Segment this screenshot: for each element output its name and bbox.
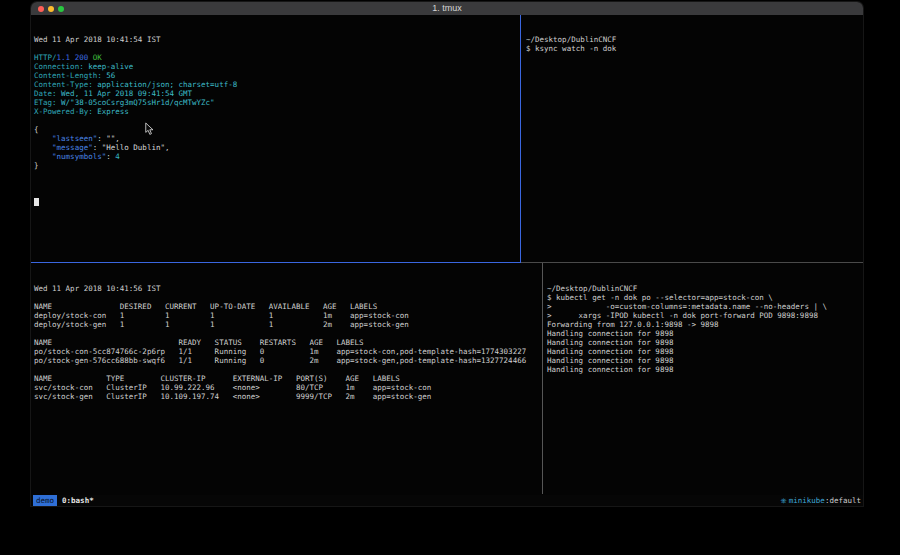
window-titlebar[interactable]: 1. tmux — [31, 2, 863, 15]
text-segment: Express — [93, 107, 129, 116]
desktop: 1. tmux Wed 11 Apr 2018 10:41:54 IST HTT… — [0, 0, 900, 555]
text-segment: "Hello Dublin" — [102, 143, 165, 152]
text-segment: X-Powered-By: — [34, 107, 93, 116]
port-forward-output: ~/Desktop/DublinCNCF$ kubectl get -n dok… — [547, 284, 866, 374]
pane-divider-horizontal-active[interactable] — [31, 262, 521, 263]
text-segment: , — [165, 143, 170, 152]
terminal-line: $ kubectl get -n dok po --selector=app=s… — [547, 293, 866, 302]
terminal-line: svc/stock-gen ClusterIP 10.109.197.74 <n… — [34, 392, 545, 401]
terminal-line: "message": "Hello Dublin", — [34, 143, 523, 152]
text-segment: Content-Length: — [34, 71, 102, 80]
traffic-lights — [38, 6, 64, 12]
session-name[interactable]: demo — [33, 495, 57, 506]
pane-http-response[interactable]: Wed 11 Apr 2018 10:41:54 IST HTTP/1.1 20… — [31, 15, 526, 266]
pane-port-forward[interactable]: ~/Desktop/DublinCNCF$ kubectl get -n dok… — [544, 264, 869, 498]
terminal-line: NAME READY STATUS RESTARTS AGE LABELS — [34, 338, 545, 347]
text-segment: Wed, 11 Apr 2018 09:41:54 GMT — [57, 89, 192, 98]
kube-context-label: minikube — [789, 495, 825, 506]
text-segment: Wed 11 Apr 2018 10:41:54 IST — [34, 35, 160, 44]
tmux-status-bar: demo 0:bash* ⎈ minikube :default — [31, 495, 863, 506]
text-segment: "lastseen" — [52, 134, 97, 143]
terminal-line: Handling connection for 9898 — [547, 356, 866, 365]
text-segment: 56 — [102, 71, 116, 80]
terminal-line: Connection: keep-alive — [34, 62, 523, 71]
terminal-line: Handling connection for 9898 — [547, 347, 866, 356]
terminal-line: svc/stock-con ClusterIP 10.99.222.96 <no… — [34, 383, 545, 392]
status-bar-right: ⎈ minikube :default — [781, 495, 861, 506]
text-segment: Connection: — [34, 62, 84, 71]
text-segment: HTTP/ — [34, 53, 57, 62]
terminal-line: "numsymbols": 4 — [34, 152, 523, 161]
pane-divider-vertical-top[interactable] — [520, 15, 521, 262]
kubernetes-helm-icon: ⎈ — [781, 495, 787, 506]
terminal-line: po/stock-gen-576cc688bb-swqf6 1/1 Runnin… — [34, 356, 545, 365]
terminal-line: ~/Desktop/DublinCNCF — [526, 35, 866, 44]
mouse-cursor — [145, 122, 154, 136]
terminal-line: { — [34, 125, 523, 134]
tmux-terminal: Wed 11 Apr 2018 10:41:54 IST HTTP/1.1 20… — [31, 15, 863, 506]
terminal-line: deploy/stock-gen 1 1 1 1 2m app=stock-ge… — [34, 320, 545, 329]
text-segment: Date: — [34, 89, 57, 98]
text-segment: "message" — [52, 143, 93, 152]
text-segment: : — [97, 134, 106, 143]
window-tab-bash[interactable]: 0:bash* — [62, 495, 94, 506]
prompt-line — [34, 197, 523, 206]
text-segment: : — [93, 143, 102, 152]
terminal-line — [34, 116, 523, 125]
terminal-line — [34, 170, 523, 179]
terminal-line: NAME TYPE CLUSTER-IP EXTERNAL-IP PORT(S)… — [34, 374, 545, 383]
terminal-line — [34, 329, 545, 338]
text-segment — [34, 143, 52, 152]
terminal-line: > -o=custom-columns=:metadata.name --no-… — [547, 302, 866, 311]
pane-ksync-watch[interactable]: ~/Desktop/DublinCNCF$ ksync watch -n dok — [523, 15, 869, 266]
zoom-button[interactable] — [58, 6, 64, 12]
terminal-line: X-Powered-By: Express — [34, 107, 523, 116]
text-segment: { — [34, 125, 39, 134]
terminal-line: "lastseen": "", — [34, 134, 523, 143]
terminal-line: po/stock-con-5cc874766c-2p6rp 1/1 Runnin… — [34, 347, 545, 356]
close-button[interactable] — [38, 6, 44, 12]
terminal-line: } — [34, 161, 523, 170]
terminal-line: Handling connection for 9898 — [547, 338, 866, 347]
pane-divider-horizontal-inactive[interactable] — [521, 262, 863, 263]
pane-kubectl-resources[interactable]: Wed 11 Apr 2018 10:41:56 IST NAME DESIRE… — [31, 264, 548, 498]
http-response-output: Wed 11 Apr 2018 10:41:54 IST HTTP/1.1 20… — [34, 35, 523, 179]
minimize-button[interactable] — [48, 6, 54, 12]
terminal-line — [34, 365, 545, 374]
terminal-cursor — [34, 198, 39, 206]
text-segment: 4 — [115, 152, 120, 161]
terminal-line — [34, 293, 545, 302]
window-title: 1. tmux — [31, 2, 863, 15]
kubectl-get-output: Wed 11 Apr 2018 10:41:56 IST NAME DESIRE… — [34, 284, 545, 401]
text-segment: keep-alive — [84, 62, 134, 71]
terminal-line: ~/Desktop/DublinCNCF — [547, 284, 866, 293]
terminal-line: Wed 11 Apr 2018 10:41:54 IST — [34, 35, 523, 44]
terminal-line: > xargs -IPOD kubectl -n dok port-forwar… — [547, 311, 866, 320]
text-segment: "" — [106, 134, 115, 143]
kube-namespace-label: :default — [825, 495, 861, 506]
text-segment: OK — [88, 53, 102, 62]
terminal-window: 1. tmux Wed 11 Apr 2018 10:41:54 IST HTT… — [31, 2, 863, 506]
ksync-output: ~/Desktop/DublinCNCF$ ksync watch -n dok — [526, 35, 866, 53]
text-segment: 1.1 200 — [57, 53, 89, 62]
terminal-line: deploy/stock-con 1 1 1 1 1m app=stock-co… — [34, 311, 545, 320]
terminal-line: HTTP/1.1 200 OK — [34, 53, 523, 62]
text-segment: ETag: — [34, 98, 57, 107]
terminal-line — [34, 44, 523, 53]
terminal-line: ETag: W/"38-05coCsrg3mQ75sHr1d/qcMTwYZc" — [34, 98, 523, 107]
text-segment: W/"38-05coCsrg3mQ75sHr1d/qcMTwYZc" — [57, 98, 215, 107]
terminal-line: NAME DESIRED CURRENT UP-TO-DATE AVAILABL… — [34, 302, 545, 311]
terminal-line: Wed 11 Apr 2018 10:41:56 IST — [34, 284, 545, 293]
text-segment: , — [115, 134, 120, 143]
text-segment: } — [34, 161, 39, 170]
text-segment: application/json; charset=utf-8 — [93, 80, 238, 89]
text-segment — [34, 152, 52, 161]
terminal-line: Handling connection for 9898 — [547, 365, 866, 374]
terminal-line: Content-Length: 56 — [34, 71, 523, 80]
terminal-line: Date: Wed, 11 Apr 2018 09:41:54 GMT — [34, 89, 523, 98]
text-segment: Content-Type: — [34, 80, 93, 89]
terminal-line: Handling connection for 9898 — [547, 329, 866, 338]
pane-divider-vertical-bottom[interactable] — [542, 263, 543, 494]
text-segment: "numsymbols" — [52, 152, 106, 161]
terminal-line: $ ksync watch -n dok — [526, 44, 866, 53]
